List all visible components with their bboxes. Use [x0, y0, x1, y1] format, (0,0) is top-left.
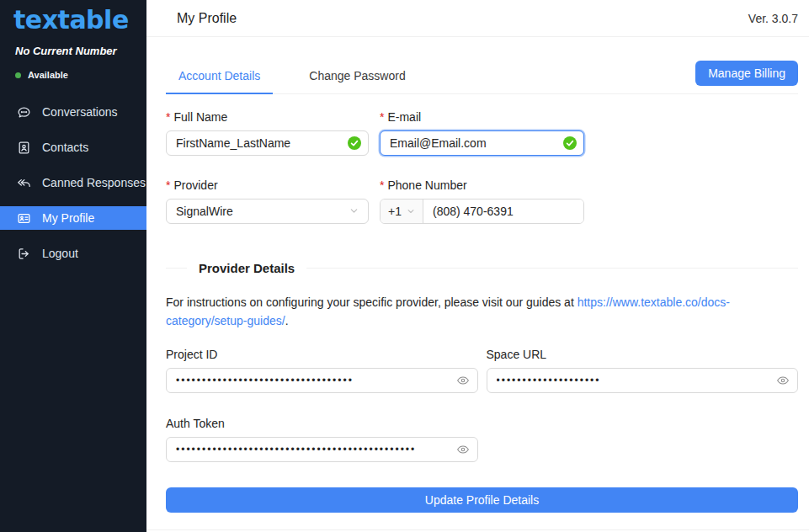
textable-logo: textable	[0, 0, 146, 35]
auth-token-input[interactable]	[166, 437, 478, 462]
provider-select[interactable]: SignalWire	[166, 199, 369, 224]
chevron-down-icon	[407, 205, 415, 218]
logout-icon	[17, 247, 31, 261]
required-marker: *	[380, 178, 384, 192]
phone-label: *Phone Number	[380, 178, 584, 192]
bottom-divider	[146, 529, 809, 530]
email-input-wrap	[380, 130, 584, 156]
eye-icon[interactable]	[456, 443, 470, 456]
country-code-select[interactable]: +1	[381, 200, 423, 223]
app-window: textable No Current Number Available Con…	[0, 0, 809, 532]
eye-icon[interactable]	[776, 374, 790, 387]
empty-cell	[487, 417, 799, 462]
available-dot-icon	[15, 72, 21, 78]
reply-all-icon	[17, 176, 31, 190]
required-marker: *	[380, 110, 384, 124]
space-url-input[interactable]	[487, 368, 799, 393]
space-url-field-group: Space URL	[487, 348, 799, 393]
phone-number-input[interactable]	[423, 200, 583, 223]
email-label: *E-mail	[380, 110, 584, 124]
project-id-input[interactable]	[166, 368, 478, 393]
phone-field-group: *Phone Number +1	[380, 178, 584, 224]
sidebar-item-conversations[interactable]: Conversations	[0, 100, 146, 124]
chat-bubble-icon	[17, 105, 31, 120]
space-url-label: Space URL	[487, 348, 799, 361]
provider-field-group: *Provider SignalWire	[166, 178, 369, 224]
sidebar-nav: Conversations Contacts	[0, 100, 146, 265]
page-title: My Profile	[177, 11, 237, 26]
required-marker: *	[166, 178, 170, 192]
auth-token-label: Auth Token	[166, 417, 478, 430]
project-id-field-group: Project ID	[166, 348, 478, 393]
valid-check-icon	[563, 136, 577, 150]
valid-check-icon	[348, 136, 361, 150]
availability-label: Available	[28, 70, 68, 80]
full-name-field-group: *Full Name	[166, 110, 369, 156]
provider-details-title: Provider Details	[187, 261, 306, 275]
eye-icon[interactable]	[456, 374, 470, 387]
sidebar: textable No Current Number Available Con…	[0, 0, 146, 532]
auth-token-field-group: Auth Token	[166, 417, 478, 462]
auth-token-input-wrap	[166, 437, 478, 462]
address-book-icon	[17, 141, 31, 155]
sidebar-item-canned-responses[interactable]: Canned Responses	[0, 171, 146, 194]
sidebar-item-logout[interactable]: Logout	[0, 242, 146, 265]
full-name-label: *Full Name	[166, 110, 369, 124]
current-number-status: No Current Number	[0, 35, 146, 57]
sidebar-item-contacts[interactable]: Contacts	[0, 136, 146, 159]
provider-instructions: For instructions on configuring your spe…	[166, 294, 798, 330]
full-name-input-wrap	[166, 130, 369, 156]
email-field-group: *E-mail	[380, 110, 584, 156]
update-profile-button[interactable]: Update Profile Details	[166, 487, 798, 513]
availability-status: Available	[0, 57, 146, 80]
sidebar-item-label: Conversations	[42, 105, 118, 119]
instructions-suffix: .	[285, 314, 289, 327]
required-marker: *	[166, 110, 170, 124]
account-form: *Full Name *E-mail	[166, 110, 798, 224]
sidebar-item-label: Contacts	[42, 141, 88, 154]
tab-change-password[interactable]: Change Password	[296, 61, 418, 94]
profile-content: Account Details Change Password Manage B…	[146, 37, 809, 530]
space-url-input-wrap	[487, 368, 799, 393]
chevron-down-icon	[349, 205, 359, 218]
sidebar-item-label: My Profile	[42, 211, 94, 225]
main-area: My Profile Ver. 3.0.7 Account Details Ch…	[146, 0, 809, 532]
country-code-value: +1	[388, 205, 402, 218]
page-header: My Profile Ver. 3.0.7	[146, 0, 809, 37]
phone-input-group: +1	[380, 199, 584, 224]
profile-tabbar: Account Details Change Password Manage B…	[166, 61, 798, 94]
version-label: Ver. 3.0.7	[748, 12, 798, 25]
sidebar-item-label: Logout	[42, 247, 78, 260]
provider-selected-value: SignalWire	[176, 205, 233, 218]
project-id-input-wrap	[166, 368, 478, 393]
provider-label: *Provider	[166, 178, 369, 192]
email-input[interactable]	[380, 130, 584, 156]
id-card-icon	[17, 211, 31, 226]
sidebar-item-my-profile[interactable]: My Profile	[0, 206, 146, 230]
sidebar-item-label: Canned Responses	[42, 176, 146, 189]
tab-account-details[interactable]: Account Details	[166, 61, 273, 94]
full-name-input[interactable]	[166, 130, 369, 156]
manage-billing-button[interactable]: Manage Billing	[695, 61, 798, 86]
instructions-text: For instructions on configuring your spe…	[166, 295, 577, 309]
provider-credentials-form: Project ID Space URL	[166, 348, 798, 462]
provider-details-divider: Provider Details	[166, 261, 798, 275]
project-id-label: Project ID	[166, 348, 478, 361]
